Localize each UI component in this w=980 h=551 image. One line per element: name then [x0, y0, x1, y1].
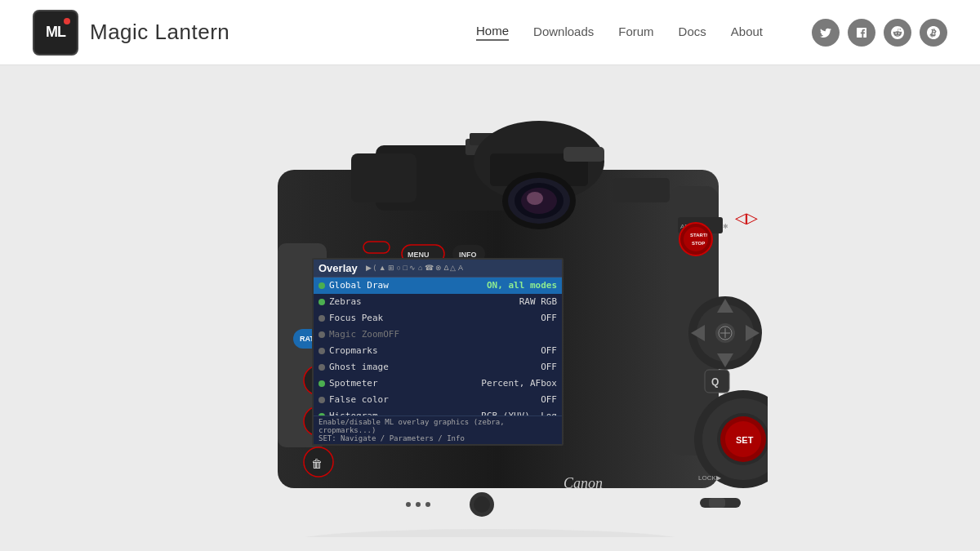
- logo-text: Magic Lantern: [90, 20, 229, 45]
- nav-forum[interactable]: Forum: [618, 24, 653, 40]
- lcd-row: Magic ZoomOFF: [314, 327, 562, 343]
- lcd-dot: [318, 282, 325, 289]
- lcd-row-label: Zebras: [329, 296, 519, 307]
- nav-about[interactable]: About: [731, 24, 763, 40]
- lcd-row: Ghost imageOFF: [314, 359, 562, 375]
- svg-rect-7: [490, 153, 588, 186]
- lcd-row: SpotmeterPercent, AFbox: [314, 375, 562, 392]
- lcd-header: Overlay ▶ ⟨ ▲ ⊞ ○ □ ∿ ⌂ ☎ ⊗ Δ △ A: [314, 260, 562, 278]
- lcd-row-value: OFF: [383, 329, 399, 340]
- lcd-dot: [318, 331, 325, 338]
- svg-point-9: [508, 178, 570, 224]
- svg-rect-68: [700, 498, 741, 508]
- svg-point-46: [715, 323, 735, 343]
- svg-point-62: [425, 502, 430, 507]
- svg-point-6: [474, 121, 604, 202]
- logo[interactable]: ML Magic Lantern: [33, 10, 229, 56]
- svg-rect-5: [470, 133, 510, 145]
- svg-point-67: [294, 529, 686, 537]
- lcd-row-value: ON, all modes: [487, 280, 557, 291]
- svg-text:START/: START/: [690, 233, 708, 238]
- lcd-row-label: Global Draw: [329, 280, 487, 291]
- lcd-row-value: Percent, AFbox: [481, 378, 557, 389]
- svg-point-64: [474, 496, 490, 513]
- nav-downloads[interactable]: Downloads: [533, 24, 594, 40]
- nav-docs[interactable]: Docs: [679, 24, 706, 40]
- svg-rect-20: [612, 178, 670, 202]
- svg-point-12: [527, 192, 543, 205]
- svg-point-63: [470, 492, 494, 517]
- svg-point-11: [521, 188, 557, 214]
- lcd-footer-text1: Enable/disable ML overlay graphics (zebr…: [318, 418, 557, 434]
- logo-letters: ML: [46, 24, 65, 41]
- svg-point-55: [720, 416, 766, 462]
- svg-point-38: [304, 447, 333, 477]
- lcd-row-value: OFF: [541, 362, 557, 372]
- facebook-icon[interactable]: [848, 19, 875, 47]
- svg-text:SET: SET: [736, 435, 754, 445]
- svg-point-21: [679, 223, 712, 256]
- svg-text:✱: ✱: [723, 223, 728, 230]
- lcd-row-label: Ghost image: [329, 362, 541, 372]
- social-icons: [812, 19, 947, 47]
- svg-point-8: [502, 172, 576, 229]
- bitcoin-icon[interactable]: [920, 19, 947, 47]
- svg-text:◁▷: ◁▷: [735, 210, 758, 226]
- svg-point-61: [416, 502, 421, 507]
- lcd-row-label: Focus Peak: [329, 313, 541, 323]
- svg-rect-2: [351, 153, 416, 202]
- lcd-row-value: OFF: [541, 394, 557, 405]
- svg-point-54: [717, 413, 768, 465]
- svg-rect-29: [363, 242, 390, 253]
- site-header: ML Magic Lantern Home Downloads Forum Do…: [0, 0, 980, 65]
- lcd-row: ZebrasRAW RGB: [314, 294, 562, 310]
- lcd-dot: [318, 364, 325, 371]
- svg-rect-50: [705, 370, 729, 393]
- svg-rect-69: [709, 498, 725, 508]
- lcd-dot: [318, 348, 325, 354]
- svg-rect-65: [564, 147, 604, 162]
- lcd-row: Global DrawON, all modes: [314, 278, 562, 294]
- lcd-row-label: Spotmeter: [329, 378, 481, 389]
- lcd-row-label: Magic Zoom: [329, 329, 383, 340]
- svg-point-56: [725, 421, 761, 457]
- lcd-icons: ▶ ⟨ ▲ ⊞ ○ □ ∿ ⌂ ☎ ⊗ Δ △ A: [366, 264, 463, 272]
- svg-text:Q: Q: [711, 376, 719, 388]
- svg-text:LOCK▶: LOCK▶: [698, 474, 722, 482]
- lcd-screen: Overlay ▶ ⟨ ▲ ⊞ ○ □ ∿ ⌂ ☎ ⊗ Δ △ A Global…: [312, 258, 564, 446]
- svg-text:STOP: STOP: [692, 241, 705, 246]
- lcd-row-value: OFF: [541, 345, 557, 356]
- svg-point-60: [406, 502, 411, 507]
- logo-icon: ML: [33, 10, 78, 56]
- camera-container: AF-ON ✱ START/ STOP MENU INFO: [212, 80, 768, 537]
- reddit-icon[interactable]: [884, 19, 911, 47]
- lcd-row-label: Cropmarks: [329, 345, 541, 356]
- svg-point-52: [694, 390, 768, 488]
- svg-point-22: [684, 227, 708, 251]
- svg-text:Canon: Canon: [564, 475, 603, 491]
- lcd-title: Overlay: [318, 262, 358, 274]
- svg-text:AF-ON: AF-ON: [680, 223, 701, 230]
- svg-point-53: [702, 398, 768, 480]
- svg-marker-43: [717, 353, 733, 367]
- lcd-row: CropmarksOFF: [314, 343, 562, 359]
- lcd-footer: Enable/disable ML overlay graphics (zebr…: [314, 415, 562, 444]
- lcd-row: False colorOFF: [314, 392, 562, 408]
- svg-point-10: [514, 183, 564, 219]
- hero-section: AF-ON ✱ START/ STOP MENU INFO: [0, 65, 980, 551]
- svg-point-47: [719, 327, 732, 340]
- main-nav: Home Downloads Forum Docs About: [476, 19, 947, 47]
- lcd-row-value: RAW RGB: [519, 296, 557, 307]
- lcd-footer-text2: SET: Navigate / Parameters / Info: [318, 434, 557, 442]
- svg-point-41: [697, 304, 754, 362]
- lcd-row: Focus PeakOFF: [314, 310, 562, 327]
- lcd-dot: [318, 299, 325, 305]
- nav-home[interactable]: Home: [476, 24, 509, 41]
- svg-marker-45: [746, 325, 760, 341]
- svg-marker-44: [691, 325, 705, 341]
- twitter-icon[interactable]: [812, 19, 840, 47]
- svg-marker-42: [717, 299, 733, 313]
- svg-rect-1: [376, 145, 572, 211]
- lcd-dot: [318, 315, 325, 322]
- lcd-row-label: False color: [329, 394, 541, 405]
